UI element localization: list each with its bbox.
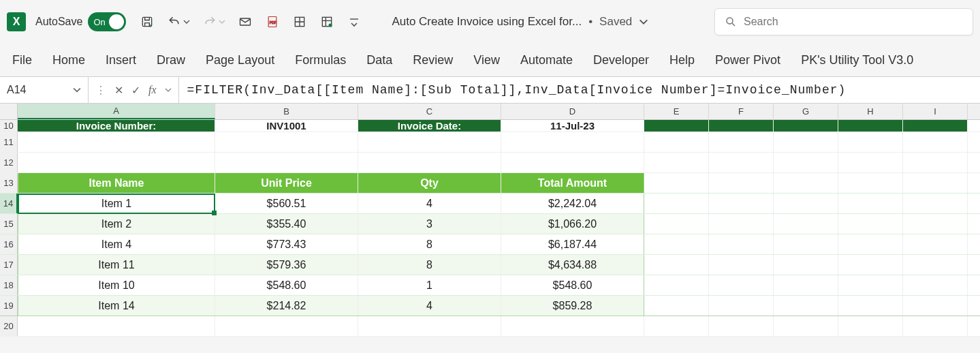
cell-price[interactable]: $355.40 [215, 214, 358, 234]
search-box[interactable] [714, 8, 973, 35]
cell[interactable] [709, 194, 774, 213]
cell[interactable] [774, 120, 838, 132]
cell[interactable] [709, 214, 774, 234]
select-all-corner[interactable] [0, 104, 18, 119]
chevron-down-icon[interactable] [73, 87, 81, 93]
cell[interactable] [774, 194, 838, 213]
col-header-D[interactable]: D [501, 104, 644, 119]
cell[interactable] [709, 316, 774, 336]
col-header-H[interactable]: H [838, 104, 903, 119]
row-header[interactable]: 11 [0, 132, 18, 152]
row-header[interactable]: 10 [0, 120, 18, 132]
row-header[interactable]: 18 [0, 275, 18, 295]
cell[interactable] [358, 153, 501, 172]
autosave-switch[interactable]: On [88, 12, 126, 31]
cell-item[interactable]: Item 2 [18, 214, 215, 234]
cell[interactable] [774, 255, 838, 275]
cell[interactable] [709, 173, 774, 193]
cell[interactable] [903, 234, 968, 254]
th-total[interactable]: Total Amount [501, 173, 644, 193]
cell-item[interactable]: Item 14 [18, 296, 215, 316]
tab-power-pivot[interactable]: Power Pivot [715, 53, 780, 67]
cell[interactable] [903, 120, 968, 132]
th-qty[interactable]: Qty [358, 173, 501, 193]
cell[interactable] [838, 255, 903, 275]
cell-price[interactable]: $214.82 [215, 296, 358, 316]
chevron-down-icon[interactable] [165, 88, 172, 92]
cell[interactable] [644, 316, 709, 336]
cell[interactable] [903, 173, 968, 193]
cell[interactable] [838, 153, 903, 172]
row-header[interactable]: 14 [0, 194, 18, 213]
search-input[interactable] [744, 16, 963, 28]
spreadsheet-grid[interactable]: A B C D E F G H I 10 Invoice Number: INV… [0, 104, 980, 337]
cell-item[interactable]: Item 1 [18, 194, 215, 213]
email-icon[interactable] [238, 14, 253, 29]
enter-icon[interactable]: ✓ [131, 84, 140, 97]
cell[interactable] [838, 316, 903, 336]
cell[interactable] [838, 120, 903, 132]
row-header[interactable]: 16 [0, 234, 18, 254]
cell[interactable] [18, 153, 215, 172]
formula-input[interactable]: =FILTER(Inv_Data[[Item Name]:[Sub Total]… [179, 77, 980, 103]
cell[interactable] [709, 234, 774, 254]
cell[interactable] [709, 120, 774, 132]
cell[interactable] [358, 316, 501, 336]
cell[interactable] [644, 296, 709, 316]
cell[interactable] [838, 173, 903, 193]
cell[interactable] [774, 234, 838, 254]
row-header[interactable]: 15 [0, 214, 18, 234]
cell-qty[interactable]: 4 [358, 296, 501, 316]
cell[interactable] [838, 234, 903, 254]
cell-qty[interactable]: 4 [358, 194, 501, 213]
cell[interactable] [501, 132, 644, 152]
cell[interactable] [838, 296, 903, 316]
cell[interactable] [838, 275, 903, 295]
cell-price[interactable]: $579.36 [215, 255, 358, 275]
cell[interactable] [358, 132, 501, 152]
cell-invoice-date-value[interactable]: 11-Jul-23 [501, 120, 644, 132]
cell[interactable] [903, 153, 968, 172]
row-header[interactable]: 12 [0, 153, 18, 172]
name-box[interactable]: A14 [0, 77, 89, 103]
borders-icon[interactable] [292, 14, 307, 29]
cell[interactable] [215, 153, 358, 172]
cell-total[interactable]: $548.60 [501, 275, 644, 295]
cell[interactable] [903, 132, 968, 152]
col-header-I[interactable]: I [903, 104, 968, 119]
tab-review[interactable]: Review [413, 53, 453, 67]
cell[interactable] [903, 214, 968, 234]
cell-qty[interactable]: 3 [358, 214, 501, 234]
cell[interactable] [774, 316, 838, 336]
tab-formulas[interactable]: Formulas [295, 53, 346, 67]
cell-invoice-date-label[interactable]: Invoice Date: [358, 120, 501, 132]
cell[interactable] [774, 296, 838, 316]
cell[interactable] [838, 132, 903, 152]
document-title[interactable]: Auto Create Invoice using Excel for... •… [392, 15, 648, 29]
cell[interactable] [903, 316, 968, 336]
cell-qty[interactable]: 1 [358, 275, 501, 295]
cell[interactable] [774, 214, 838, 234]
col-header-E[interactable]: E [644, 104, 709, 119]
cell[interactable] [774, 132, 838, 152]
cell[interactable] [903, 296, 968, 316]
cell[interactable] [903, 255, 968, 275]
cell-total[interactable]: $4,634.88 [501, 255, 644, 275]
cell-price[interactable]: $548.60 [215, 275, 358, 295]
cell[interactable] [644, 153, 709, 172]
cell-qty[interactable]: 8 [358, 234, 501, 254]
col-header-G[interactable]: G [774, 104, 838, 119]
pdf-icon[interactable]: PDF [265, 14, 280, 29]
cell-invoice-number-label[interactable]: Invoice Number: [18, 120, 215, 132]
fx-icon[interactable]: fx [148, 84, 157, 96]
cell[interactable] [644, 173, 709, 193]
tab-data[interactable]: Data [366, 53, 392, 67]
cell[interactable] [644, 255, 709, 275]
customize-qat-icon[interactable] [347, 14, 362, 29]
cell[interactable] [709, 275, 774, 295]
tab-view[interactable]: View [473, 53, 500, 67]
cell[interactable] [215, 132, 358, 152]
cell[interactable] [774, 173, 838, 193]
cell-price[interactable]: $773.43 [215, 234, 358, 254]
cell[interactable] [644, 194, 709, 213]
